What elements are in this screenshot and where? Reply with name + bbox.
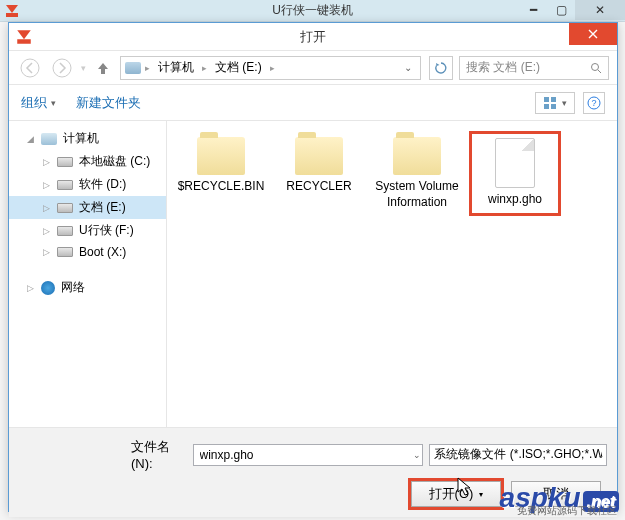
open-dialog: 打开 ▾ ▸ 计算机 ▸ 文档 (E:) ▸ ⌄ 搜索 文档 (E:) (8, 22, 618, 512)
svg-rect-7 (544, 104, 549, 109)
chevron-right-icon: ▸ (202, 63, 207, 73)
filename-label: 文件名(N): (131, 438, 185, 471)
svg-rect-5 (544, 97, 549, 102)
chevron-right-icon: ▷ (41, 180, 51, 190)
help-button[interactable]: ? (583, 92, 605, 114)
svg-point-2 (21, 59, 39, 77)
tree-node-drive[interactable]: ▷ 本地磁盘 (C:) (9, 150, 166, 173)
tree-node-drive[interactable]: ▷ U行侠 (F:) (9, 219, 166, 242)
up-button[interactable] (92, 57, 114, 79)
file-list: $RECYCLE.BIN RECYCLER System Volume Info… (167, 121, 617, 427)
chevron-down-icon: ◢ (25, 134, 35, 144)
new-folder-button[interactable]: 新建文件夹 (76, 94, 141, 112)
network-icon (41, 281, 55, 295)
tree-node-drive-selected[interactable]: ▷ 文档 (E:) (9, 196, 166, 219)
folder-icon (197, 137, 245, 175)
chevron-down-icon: ▾ (51, 98, 56, 108)
close-button[interactable]: ✕ (575, 0, 625, 20)
folder-icon (295, 137, 343, 175)
drive-icon (57, 226, 73, 236)
forward-button[interactable] (49, 55, 75, 81)
drive-icon (57, 180, 73, 190)
chevron-down-icon: ▾ (479, 490, 483, 499)
chevron-right-icon: ▸ (270, 63, 275, 73)
chevron-right-icon: ▸ (145, 63, 150, 73)
file-item-folder[interactable]: $RECYCLE.BIN (175, 131, 267, 216)
maximize-button[interactable]: ▢ (547, 0, 575, 20)
tree-node-computer[interactable]: ◢ 计算机 (9, 127, 166, 150)
watermark-sub: 免费网站源码下载社区 (517, 504, 617, 518)
filename-input[interactable] (193, 444, 424, 466)
minimize-button[interactable]: ━ (519, 0, 547, 20)
file-item-folder[interactable]: RECYCLER (273, 131, 365, 216)
chevron-down-icon: ▾ (562, 98, 567, 108)
tree-node-drive[interactable]: ▷ Boot (X:) (9, 242, 166, 262)
breadcrumb-segment[interactable]: 文档 (E:) (211, 59, 266, 76)
open-button[interactable]: 打开(O) ▾ (411, 481, 501, 507)
search-input[interactable]: 搜索 文档 (E:) (459, 56, 609, 80)
drive-icon (57, 203, 73, 213)
svg-text:?: ? (591, 98, 596, 108)
svg-rect-8 (551, 104, 556, 109)
svg-point-4 (592, 63, 599, 70)
refresh-button[interactable] (429, 56, 453, 80)
drive-icon (57, 157, 73, 167)
history-dropdown-icon[interactable]: ▾ (81, 63, 86, 73)
file-icon (495, 138, 535, 188)
computer-icon (41, 133, 57, 145)
organize-menu[interactable]: 组织 ▾ (21, 94, 56, 112)
file-item-gho[interactable]: winxp.gho (469, 131, 561, 216)
svg-rect-0 (6, 13, 18, 17)
dialog-close-button[interactable] (569, 23, 617, 45)
nav-tree: ◢ 计算机 ▷ 本地磁盘 (C:) ▷ 软件 (D:) ▷ 文档 (E:) ▷ (9, 121, 167, 427)
breadcrumb[interactable]: ▸ 计算机 ▸ 文档 (E:) ▸ ⌄ (120, 56, 421, 80)
search-placeholder: 搜索 文档 (E:) (466, 59, 540, 76)
tree-node-network[interactable]: ▷ 网络 (9, 276, 166, 299)
svg-point-3 (53, 59, 71, 77)
folder-icon (393, 137, 441, 175)
drive-icon (125, 62, 141, 74)
app-icon (15, 28, 33, 46)
view-options-button[interactable]: ▾ (535, 92, 575, 114)
chevron-right-icon: ▷ (41, 157, 51, 167)
breadcrumb-dropdown[interactable]: ⌄ (400, 62, 416, 73)
tree-node-drive[interactable]: ▷ 软件 (D:) (9, 173, 166, 196)
back-button[interactable] (17, 55, 43, 81)
app-icon (4, 3, 20, 19)
parent-titlebar: U行侠一键装机 ━ ▢ ✕ (0, 0, 625, 22)
chevron-right-icon: ▷ (41, 226, 51, 236)
filetype-select[interactable] (429, 444, 607, 466)
parent-title: U行侠一键装机 (272, 2, 353, 19)
dialog-title: 打开 (300, 28, 326, 46)
svg-rect-1 (17, 39, 31, 44)
dialog-titlebar: 打开 (9, 23, 617, 51)
toolbar: 组织 ▾ 新建文件夹 ▾ ? (9, 85, 617, 121)
file-item-folder[interactable]: System Volume Information (371, 131, 463, 216)
breadcrumb-segment[interactable]: 计算机 (154, 59, 198, 76)
chevron-right-icon: ▷ (41, 203, 51, 213)
svg-rect-6 (551, 97, 556, 102)
nav-row: ▾ ▸ 计算机 ▸ 文档 (E:) ▸ ⌄ 搜索 文档 (E:) (9, 51, 617, 85)
drive-icon (57, 247, 73, 257)
chevron-right-icon: ▷ (41, 247, 51, 257)
chevron-right-icon: ▷ (25, 283, 35, 293)
